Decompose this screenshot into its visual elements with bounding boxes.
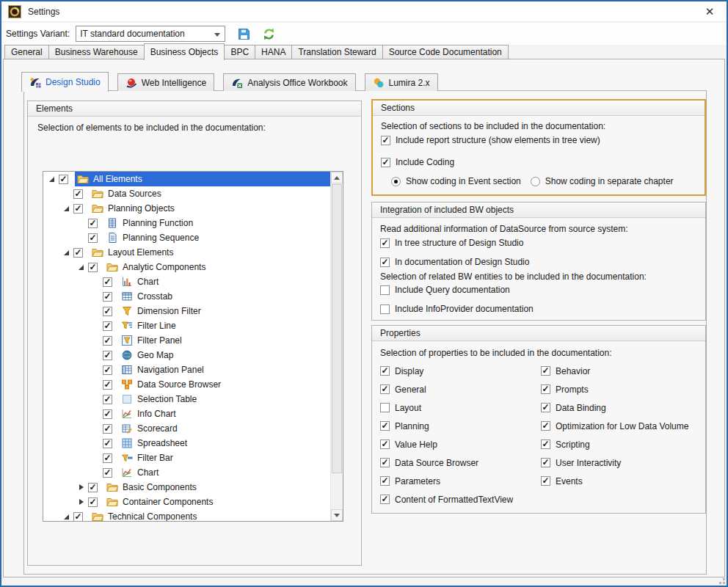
value-help-checkbox[interactable] (380, 440, 390, 449)
tree-item-selection-table[interactable]: Selection Table (43, 392, 330, 406)
tree-item-crosstab[interactable]: Crosstab (43, 289, 330, 304)
tab-analysis-office-workbook[interactable]: Analysis Office Workbook (223, 73, 355, 91)
folder-icon (92, 247, 103, 258)
tree-item-filter-line[interactable]: Filter Line (43, 318, 330, 333)
general-checkbox[interactable] (380, 384, 390, 394)
checkbox[interactable] (103, 424, 112, 434)
checkbox[interactable] (103, 336, 112, 346)
tree-item-basic-components[interactable]: Basic Components (43, 480, 330, 495)
checkbox[interactable] (73, 189, 83, 199)
checkbox[interactable] (103, 365, 112, 375)
checkbox[interactable] (88, 483, 98, 492)
tree-item-planning-function[interactable]: Planning Function (43, 216, 330, 230)
tab-bpc[interactable]: BPC (224, 45, 255, 59)
behavior-checkbox[interactable] (541, 366, 550, 376)
tree-item-planning-objects[interactable]: Planning Objects (43, 201, 330, 216)
include-coding-checkbox[interactable] (381, 158, 390, 167)
scrollbar-thumb[interactable] (332, 184, 342, 473)
include-report-structure-checkbox[interactable] (381, 136, 390, 145)
checkbox[interactable] (73, 204, 83, 214)
tree-item-container-components[interactable]: Container Components (43, 495, 330, 509)
tree-item-filter-bar[interactable]: Filter Bar (43, 451, 330, 465)
checkbox[interactable] (88, 219, 98, 228)
tree-item-navigation-panel[interactable]: Navigation Panel (43, 362, 330, 377)
data-binding-checkbox[interactable] (541, 403, 550, 412)
include-query-documentation-checkbox[interactable] (380, 285, 390, 295)
checkbox[interactable] (103, 380, 112, 390)
tree-item-dimension-filter[interactable]: Dimension Filter (43, 304, 330, 318)
checkbox[interactable] (103, 321, 112, 331)
checkbox[interactable] (103, 307, 112, 316)
tree-item-chart[interactable]: Chart (43, 274, 330, 289)
tree-item-geo-map[interactable]: Geo Map (43, 348, 330, 362)
show-coding-separate-chapter-radio[interactable] (531, 177, 540, 186)
tab-business-warehouse[interactable]: Business Warehouse (48, 45, 145, 59)
tab-business-objects[interactable]: Business Objects (144, 43, 225, 60)
tree-item-info-chart[interactable]: Info Chart (43, 406, 330, 421)
tree-scrollbar[interactable] (330, 172, 343, 521)
data-source-browser-checkbox[interactable] (380, 458, 390, 467)
expander-icon[interactable] (62, 203, 72, 214)
user-interactivity-checkbox[interactable] (541, 458, 550, 467)
resize-grip[interactable] (716, 575, 725, 584)
tree-item-data-sources[interactable]: Data Sources (43, 186, 330, 201)
tree-item-scorecard[interactable]: Scorecard (43, 421, 330, 436)
expander-icon[interactable] (62, 511, 72, 521)
settings-variant-combobox[interactable]: IT standard documentation (76, 26, 225, 42)
expander-icon[interactable] (62, 247, 72, 258)
tree-item-layout-elements[interactable]: Layout Elements (43, 245, 330, 260)
checkbox[interactable] (103, 292, 112, 302)
optimization-low-data-volume-checkbox[interactable] (541, 421, 550, 431)
scripting-checkbox[interactable] (541, 440, 550, 449)
tree-item-analytic-components[interactable]: Analytic Components (43, 260, 330, 274)
tree-item-planning-sequence[interactable]: Planning Sequence (43, 230, 330, 245)
tab-general[interactable]: General (4, 45, 49, 59)
tree-structure-design-studio-checkbox[interactable] (380, 238, 390, 248)
checkbox[interactable] (59, 175, 68, 184)
checkbox[interactable] (73, 512, 83, 522)
checkbox[interactable] (103, 277, 112, 287)
content-formattedtextview-checkbox[interactable] (380, 495, 390, 504)
include-infoprovider-documentation-checkbox[interactable] (380, 305, 390, 314)
integration-intro-1: Read additional information of DataSourc… (380, 224, 628, 234)
tree-item-technical-components[interactable]: Technical Components (43, 509, 330, 521)
tab-source-code-documentation[interactable]: Source Code Documentation (382, 45, 509, 59)
expander-icon[interactable] (76, 482, 87, 492)
tab-lumira[interactable]: Lumira 2.x (365, 73, 438, 91)
checkbox[interactable] (88, 233, 98, 243)
checkbox[interactable] (103, 468, 112, 478)
expander-icon[interactable] (76, 262, 87, 272)
refresh-icon[interactable] (263, 28, 275, 40)
close-icon[interactable]: ✕ (702, 4, 717, 19)
save-icon[interactable] (238, 28, 250, 40)
scroll-down-icon[interactable] (331, 509, 343, 521)
checkbox[interactable] (103, 409, 112, 419)
tree-item-chart-2[interactable]: Chart (43, 465, 330, 480)
tree-item-data-source-browser[interactable]: Data Source Browser (43, 377, 330, 392)
checkbox[interactable] (103, 439, 112, 448)
scroll-up-icon[interactable] (331, 172, 343, 183)
parameters-checkbox[interactable] (380, 476, 390, 486)
expander-icon[interactable] (76, 497, 87, 507)
checkbox[interactable] (103, 395, 112, 404)
events-checkbox[interactable] (541, 476, 550, 486)
checkbox[interactable] (103, 453, 112, 463)
show-coding-event-section-radio[interactable] (391, 177, 401, 186)
tab-web-intelligence[interactable]: Web Intelligence (117, 73, 215, 91)
checkbox[interactable] (73, 248, 83, 258)
checkbox[interactable] (88, 497, 98, 507)
tree-item-spreadsheet[interactable]: Spreadsheet (43, 436, 330, 451)
tab-design-studio[interactable]: Design Studio (21, 72, 109, 92)
tab-hana[interactable]: HANA (255, 45, 292, 59)
layout-checkbox[interactable] (380, 403, 390, 412)
prompts-checkbox[interactable] (541, 384, 550, 394)
planning-checkbox[interactable] (380, 421, 390, 431)
checkbox[interactable] (88, 263, 98, 272)
tree-item-all-elements[interactable]: All Elements (43, 172, 330, 186)
tree-item-filter-panel[interactable]: Filter Panel (43, 333, 330, 348)
tab-translation-steward[interactable]: Translation Steward (291, 45, 382, 59)
expander-icon[interactable] (47, 174, 57, 184)
checkbox[interactable] (103, 351, 112, 360)
documentation-design-studio-checkbox[interactable] (380, 258, 390, 267)
display-checkbox[interactable] (380, 366, 390, 376)
